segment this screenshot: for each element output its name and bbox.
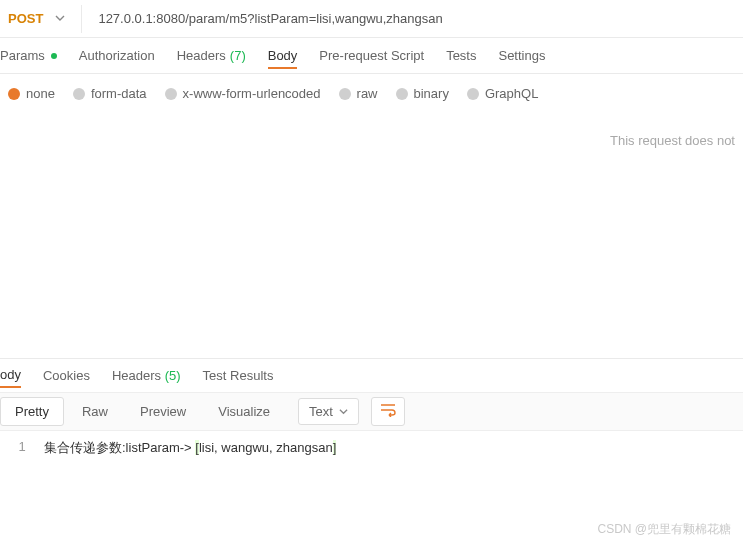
radio-icon (165, 88, 177, 100)
view-preview[interactable]: Preview (126, 398, 200, 425)
resp-tab-tests[interactable]: Test Results (203, 368, 274, 383)
tab-headers[interactable]: Headers (7) (177, 48, 246, 63)
method-dropdown-icon[interactable] (55, 11, 81, 26)
radio-icon (339, 88, 351, 100)
resp-tab-body[interactable]: ody (0, 367, 21, 388)
tab-settings[interactable]: Settings (498, 48, 545, 63)
response-body-area: 1 集合传递参数:listParam-> [lisi, wangwu, zhan… (0, 431, 743, 457)
body-binary[interactable]: binary (396, 86, 449, 101)
wrap-icon (380, 403, 396, 417)
watermark: CSDN @兜里有颗棉花糖 (597, 521, 731, 538)
tab-params[interactable]: Params (0, 48, 57, 63)
body-graphql[interactable]: GraphQL (467, 86, 538, 101)
request-bar: POST 127.0.0.1:8080/param/m5?listParam=l… (0, 0, 743, 38)
view-mode-row: Pretty Raw Preview Visualize Text (0, 392, 743, 431)
resp-tab-headers[interactable]: Headers (5) (112, 368, 181, 383)
response-tabs: ody Cookies Headers (5) Test Results (0, 358, 743, 392)
resp-tab-cookies[interactable]: Cookies (43, 368, 90, 383)
tab-tests[interactable]: Tests (446, 48, 476, 63)
format-select[interactable]: Text (298, 398, 359, 425)
url-input[interactable]: 127.0.0.1:8080/param/m5?listParam=lisi,w… (82, 11, 743, 26)
view-raw[interactable]: Raw (68, 398, 122, 425)
tab-body[interactable]: Body (268, 48, 298, 69)
body-raw[interactable]: raw (339, 86, 378, 101)
view-visualize[interactable]: Visualize (204, 398, 284, 425)
radio-icon (396, 88, 408, 100)
radio-icon (73, 88, 85, 100)
wrap-lines-button[interactable] (371, 397, 405, 426)
body-type-row: none form-data x-www-form-urlencoded raw… (0, 74, 743, 113)
body-spacer (0, 148, 743, 358)
radio-icon (467, 88, 479, 100)
view-pretty[interactable]: Pretty (0, 397, 64, 426)
params-indicator-icon (51, 53, 57, 59)
tab-prerequest[interactable]: Pre-request Script (319, 48, 424, 63)
body-urlencoded[interactable]: x-www-form-urlencoded (165, 86, 321, 101)
chevron-down-icon (339, 406, 348, 418)
body-formdata[interactable]: form-data (73, 86, 147, 101)
request-tabs: Params Authorization Headers (7) Body Pr… (0, 38, 743, 74)
http-method[interactable]: POST (0, 11, 55, 26)
empty-body-message: This request does not (0, 113, 743, 148)
response-line[interactable]: 集合传递参数:listParam-> [lisi, wangwu, zhangs… (44, 435, 336, 457)
body-none[interactable]: none (8, 86, 55, 101)
tab-authorization[interactable]: Authorization (79, 48, 155, 63)
radio-icon (8, 88, 20, 100)
line-number: 1 (0, 435, 44, 457)
